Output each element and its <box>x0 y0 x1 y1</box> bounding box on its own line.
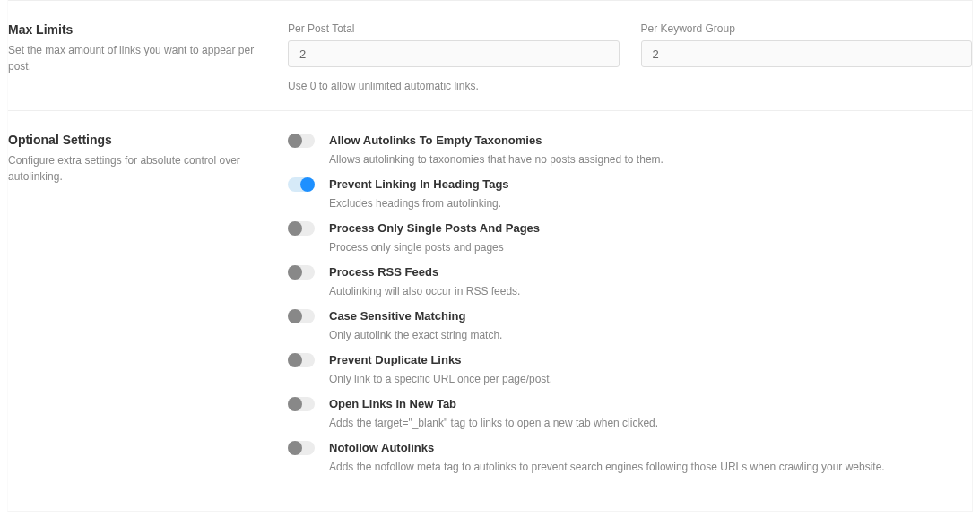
toggle-label: Case Sensitive Matching <box>329 308 972 324</box>
toggle-desc: Process only single posts and pages <box>329 240 972 255</box>
toggle-desc: Autolinking will also occur in RSS feeds… <box>329 284 972 299</box>
toggle-label: Allow Autolinks To Empty Taxonomies <box>329 133 972 149</box>
optional-left: Optional Settings Configure extra settin… <box>8 133 288 484</box>
max-limits-helper: Use 0 to allow unlimited automatic links… <box>288 80 972 92</box>
toggle-desc: Adds the target="_blank" tag to links to… <box>329 416 972 431</box>
toggle-label: Open Links In New Tab <box>329 396 972 412</box>
per-keyword-col: Per Keyword Group <box>641 22 973 67</box>
optional-desc: Configure extra settings for absolute co… <box>8 152 270 185</box>
toggle-knob <box>288 134 302 148</box>
toggle-content: Case Sensitive MatchingOnly autolink the… <box>329 308 972 349</box>
toggle-switch[interactable] <box>288 134 315 148</box>
toggle-row: Process Only Single Posts And PagesProce… <box>288 220 972 261</box>
toggle-row: Nofollow AutolinksAdds the nofollow meta… <box>288 440 972 480</box>
toggle-switch[interactable] <box>288 441 315 455</box>
toggle-content: Nofollow AutolinksAdds the nofollow meta… <box>329 440 972 480</box>
toggle-row: Case Sensitive MatchingOnly autolink the… <box>288 308 972 349</box>
toggle-switch[interactable] <box>288 177 315 192</box>
per-keyword-input[interactable] <box>641 40 973 67</box>
toggle-content: Open Links In New TabAdds the target="_b… <box>329 396 972 436</box>
toggle-knob <box>288 265 302 280</box>
per-keyword-label: Per Keyword Group <box>641 22 973 35</box>
toggle-desc: Adds the nofollow meta tag to autolinks … <box>329 460 972 475</box>
toggle-row: Process RSS FeedsAutolinking will also o… <box>288 264 972 305</box>
toggle-label: Process RSS Feeds <box>329 264 972 280</box>
toggle-knob <box>288 221 302 236</box>
section-optional: Optional Settings Configure extra settin… <box>8 111 972 502</box>
section-left: Max Limits Set the max amount of links y… <box>8 22 288 92</box>
toggle-desc: Only link to a specific URL once per pag… <box>329 372 972 387</box>
per-post-col: Per Post Total <box>288 22 620 67</box>
optional-right: Allow Autolinks To Empty TaxonomiesAllow… <box>288 133 972 484</box>
toggle-knob <box>288 353 302 367</box>
toggle-knob <box>300 177 315 192</box>
toggle-content: Process RSS FeedsAutolinking will also o… <box>329 264 972 305</box>
per-post-label: Per Post Total <box>288 22 620 35</box>
toggle-row: Prevent Linking In Heading TagsExcludes … <box>288 177 972 217</box>
toggle-knob <box>288 309 302 323</box>
toggle-knob <box>288 441 302 455</box>
max-limits-title: Max Limits <box>8 22 270 37</box>
toggle-desc: Only autolink the exact string match. <box>329 328 972 343</box>
toggle-switch[interactable] <box>288 353 315 367</box>
toggle-knob <box>288 397 302 411</box>
toggle-switch[interactable] <box>288 397 315 411</box>
toggle-switch[interactable] <box>288 309 315 323</box>
toggle-content: Prevent Duplicate LinksOnly link to a sp… <box>329 352 972 392</box>
toggle-label: Prevent Duplicate Links <box>329 352 972 368</box>
toggle-list: Allow Autolinks To Empty TaxonomiesAllow… <box>288 133 972 484</box>
toggle-desc: Allows autolinking to taxonomies that ha… <box>329 152 972 168</box>
toggle-row: Allow Autolinks To Empty TaxonomiesAllow… <box>288 133 972 173</box>
section-right: Per Post Total Per Keyword Group Use 0 t… <box>288 22 972 92</box>
max-limits-desc: Set the max amount of links you want to … <box>8 42 270 74</box>
toggle-content: Prevent Linking In Heading TagsExcludes … <box>329 177 972 217</box>
toggle-switch[interactable] <box>288 265 315 280</box>
toggle-switch[interactable] <box>288 221 315 236</box>
per-post-input[interactable] <box>288 40 620 67</box>
toggle-label: Nofollow Autolinks <box>329 440 972 456</box>
toggle-content: Process Only Single Posts And PagesProce… <box>329 220 972 261</box>
toggle-label: Prevent Linking In Heading Tags <box>329 177 972 193</box>
toggle-row: Prevent Duplicate LinksOnly link to a sp… <box>288 352 972 392</box>
section-max-limits: Max Limits Set the max amount of links y… <box>8 1 972 110</box>
toggle-desc: Excludes headings from autolinking. <box>329 196 972 211</box>
toggle-content: Allow Autolinks To Empty TaxonomiesAllow… <box>329 133 972 173</box>
toggle-label: Process Only Single Posts And Pages <box>329 220 972 237</box>
toggle-row: Open Links In New TabAdds the target="_b… <box>288 396 972 436</box>
optional-title: Optional Settings <box>8 133 270 147</box>
